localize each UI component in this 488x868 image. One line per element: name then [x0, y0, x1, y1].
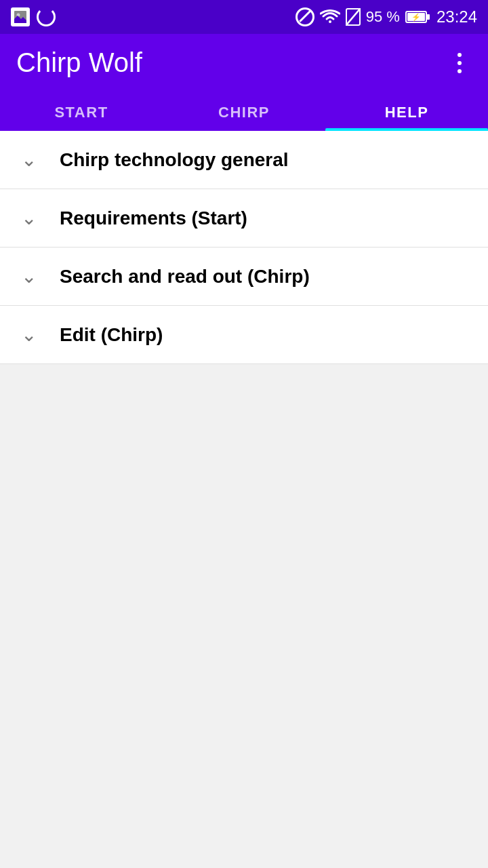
svg-rect-6 — [426, 14, 430, 20]
tab-start[interactable]: START — [0, 92, 163, 131]
tab-bar: START CHIRP HELP — [0, 92, 488, 131]
battery-icon: ⚡ — [405, 9, 431, 24]
dnd-icon — [296, 7, 314, 26]
chevron-down-icon-3: ⌄ — [16, 265, 41, 288]
accordion-label-chirp-general: Chirp technology general — [60, 149, 289, 171]
accordion-chirp-general[interactable]: ⌄ Chirp technology general — [0, 131, 488, 189]
menu-dot-1 — [458, 53, 462, 57]
no-sim-icon — [346, 8, 361, 26]
overflow-menu-button[interactable] — [447, 50, 472, 90]
app-title: Chirp Wolf — [16, 47, 142, 92]
tab-chirp[interactable]: CHIRP — [163, 92, 325, 131]
accordion-search-readout[interactable]: ⌄ Search and read out (Chirp) — [0, 248, 488, 306]
menu-dot-2 — [458, 61, 462, 65]
chevron-down-icon: ⌄ — [16, 149, 41, 171]
status-bar-right-icons: 95 % ⚡ 23:24 — [296, 7, 477, 26]
status-bar-left-icons — [11, 7, 56, 26]
menu-dot-3 — [458, 69, 462, 73]
accordion-label-search-readout: Search and read out (Chirp) — [60, 266, 310, 288]
tab-help[interactable]: HELP — [325, 92, 488, 131]
time-display: 23:24 — [436, 7, 477, 26]
chevron-down-icon-2: ⌄ — [16, 207, 41, 229]
wifi-icon — [320, 9, 340, 24]
app-bar: Chirp Wolf — [0, 34, 488, 92]
svg-line-3 — [346, 8, 361, 26]
accordion-edit[interactable]: ⌄ Edit (Chirp) — [0, 306, 488, 364]
accordion-requirements[interactable]: ⌄ Requirements (Start) — [0, 189, 488, 248]
accordion-label-edit: Edit (Chirp) — [60, 324, 163, 346]
content-area: ⌄ Chirp technology general ⌄ Requirement… — [0, 131, 488, 795]
chevron-down-icon-4: ⌄ — [16, 323, 41, 346]
accordion-label-requirements: Requirements (Start) — [60, 208, 247, 229]
svg-text:⚡: ⚡ — [411, 12, 421, 22]
image-icon — [11, 7, 30, 26]
sync-icon — [37, 7, 56, 26]
status-bar: 95 % ⚡ 23:24 — [0, 0, 488, 34]
battery-percentage: 95 % — [366, 8, 400, 26]
